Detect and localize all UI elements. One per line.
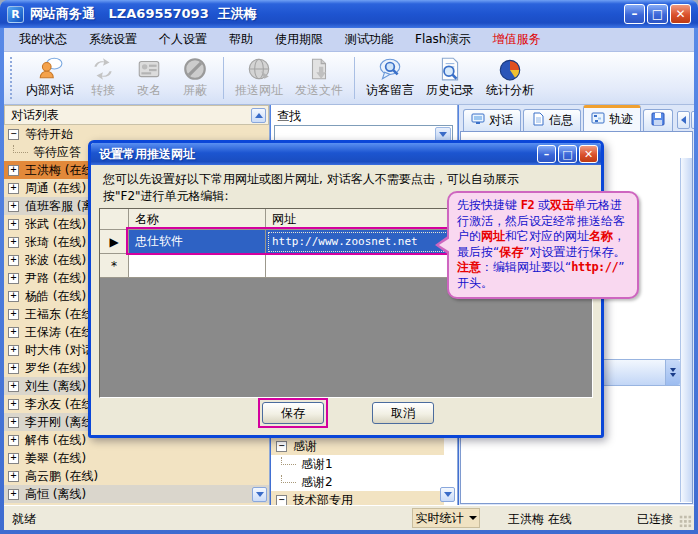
menu-item-my-status[interactable]: 我的状态 (8, 28, 78, 51)
expand-icon[interactable]: + (8, 327, 19, 338)
cell-name[interactable] (129, 254, 266, 278)
tooltip-line: 开头。 (457, 276, 631, 292)
minimize-button[interactable]: – (624, 4, 645, 24)
tab-scroll-right-button[interactable] (691, 111, 694, 129)
dialog-title-bar: 设置常用推送网址 – □ ✕ (91, 143, 601, 165)
save-button[interactable]: 保存 (262, 402, 324, 424)
conversation-list-title: 对话列表 (11, 107, 251, 124)
cell-name[interactable]: 忠仕软件 (129, 230, 266, 254)
app-window: R 网站商务通 LZA69557093 王洪梅 – □ ✕ 我的状态系统设置个人… (0, 0, 698, 534)
toolbar-button-internal-chat[interactable]: 内部对话 (20, 55, 80, 99)
arrow-left-icon (681, 116, 686, 124)
maximize-button[interactable]: □ (647, 4, 668, 24)
roster-row[interactable]: +高云鹏 (在线) (4, 467, 269, 485)
menu-item-flash-demo[interactable]: Flash演示 (404, 28, 481, 51)
toolbar-separator (223, 57, 224, 99)
dialog-maximize-button[interactable]: □ (558, 145, 577, 163)
arrow-down-icon (444, 492, 452, 497)
expand-icon[interactable]: + (8, 435, 19, 446)
toolbar: 内部对话转接改名屏蔽推送网址发送文件访客留言历史记录统计分析 (4, 52, 694, 105)
expand-icon[interactable]: + (8, 165, 19, 176)
dialog-minimize-button[interactable]: – (537, 145, 556, 163)
tooltip-text: ：编辑网址要以“ (481, 260, 571, 274)
toolbar-button-block: 屏蔽 (172, 55, 218, 99)
tab-save[interactable] (643, 109, 673, 131)
tree-item[interactable]: −感谢 (271, 437, 444, 455)
roster-row-label: 姜翠 (在线) (25, 450, 86, 467)
roster-row-label: 罗华 (在线) (25, 360, 86, 377)
tooltip-text: 先按快捷键 (457, 198, 521, 212)
resize-grip[interactable] (679, 515, 692, 528)
visitor-message-icon (377, 56, 403, 82)
expand-icon[interactable]: + (8, 237, 19, 248)
monitor-icon (471, 112, 485, 129)
expand-icon[interactable]: + (8, 489, 19, 500)
expand-icon[interactable]: + (8, 273, 19, 284)
toolbar-button-statistics[interactable]: 统计分析 (480, 55, 540, 99)
dialog-title: 设置常用推送网址 (99, 146, 535, 163)
expand-icon[interactable]: + (8, 309, 19, 320)
toolbar-separator (354, 57, 355, 99)
expand-icon[interactable]: + (8, 255, 19, 266)
toolbar-button-label: 转接 (91, 82, 115, 99)
arrow-up-icon (255, 113, 263, 118)
roster-row-label: 高云鹏 (在线) (25, 468, 98, 485)
tree-item[interactable]: 感谢1 (271, 455, 444, 473)
collapse-chevron-button[interactable] (665, 360, 680, 385)
collapse-icon[interactable]: − (276, 441, 287, 452)
roster-row-label: 周通 (在线) (25, 180, 86, 197)
tree-item-label: 感谢2 (301, 474, 333, 491)
realtime-stats-dropdown[interactable]: 实时统计 (412, 508, 480, 528)
expand-icon[interactable]: + (8, 453, 19, 464)
roster-row[interactable]: +姜翠 (在线) (4, 449, 269, 467)
expand-icon[interactable]: + (8, 363, 19, 374)
menu-item-test-functions[interactable]: 测试功能 (334, 28, 404, 51)
dialog-close-button[interactable]: ✕ (579, 145, 598, 163)
scroll-down-button[interactable] (440, 487, 455, 502)
expand-icon[interactable]: + (8, 399, 19, 410)
tab-track[interactable]: 轨迹 (583, 105, 641, 131)
tree-item[interactable]: 感谢2 (271, 473, 444, 491)
expand-icon[interactable]: + (8, 471, 19, 482)
expand-icon[interactable]: + (8, 417, 19, 428)
scroll-up-button[interactable] (251, 108, 266, 123)
toolbar-button-history[interactable]: 历史记录 (420, 55, 480, 99)
tab-info[interactable]: 信息 (523, 109, 581, 131)
tooltip-text: ”对设置进行保存。 (523, 245, 625, 259)
tree-item[interactable]: −技术部专用 (271, 491, 444, 505)
scroll-down-button[interactable] (252, 487, 267, 502)
tooltip-text: ” (618, 260, 624, 274)
tooltip-text: 双击 (550, 198, 574, 212)
tooltip-text: F2 (521, 198, 534, 212)
toolbar-grip[interactable] (10, 57, 14, 99)
expand-icon[interactable]: + (8, 345, 19, 356)
roster-row-label: 高恒 (离线) (25, 486, 86, 503)
close-button[interactable]: ✕ (670, 4, 691, 24)
tree-connector (13, 145, 28, 153)
expand-icon[interactable]: + (8, 201, 19, 212)
toolbar-button-visitor-message[interactable]: 访客留言 (360, 55, 420, 99)
expand-icon[interactable]: + (8, 183, 19, 194)
tab-dialog[interactable]: 对话 (463, 109, 521, 131)
roster-row-label: 解伟 (在线) (25, 432, 86, 449)
tooltip-line: 最后按“保存”对设置进行保存。 (457, 245, 631, 261)
tooltip-line: 先按快捷键 F2 或双击单元格进 (457, 198, 631, 214)
menu-item-help[interactable]: 帮助 (218, 28, 264, 51)
menu-item-value-added-services[interactable]: 增值服务 (481, 28, 551, 51)
menu-item-system-settings[interactable]: 系统设置 (78, 28, 148, 51)
right-scrollbar[interactable] (680, 158, 692, 502)
cancel-button[interactable]: 取消 (372, 402, 434, 424)
menu-item-usage-period[interactable]: 使用期限 (264, 28, 334, 51)
expand-icon[interactable]: + (8, 219, 19, 230)
collapse-icon[interactable]: − (276, 495, 287, 506)
column-header-name[interactable]: 名称 (129, 209, 266, 230)
expand-icon[interactable]: + (8, 291, 19, 302)
tab-scroll-left-button[interactable] (677, 111, 690, 129)
tooltip-text: 行激活，然后设定经常推送给客 (457, 214, 625, 228)
expand-icon[interactable]: + (8, 381, 19, 392)
menu-item-personal-settings[interactable]: 个人设置 (148, 28, 218, 51)
collapse-icon[interactable]: − (8, 129, 19, 140)
tooltip-text: 户的 (457, 229, 481, 243)
toolbar-button-label: 发送文件 (295, 82, 343, 99)
roster-row[interactable]: +高恒 (离线) (4, 485, 269, 503)
